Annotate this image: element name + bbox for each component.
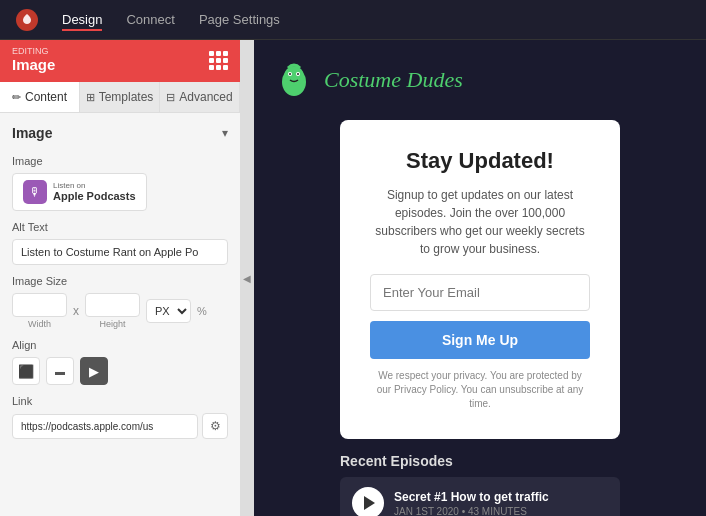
signup-box: Stay Updated! Signup to get updates on o… <box>340 120 620 439</box>
editing-title: Image <box>12 56 55 73</box>
width-input[interactable] <box>12 293 67 317</box>
align-right-btn[interactable]: ▶ <box>80 357 108 385</box>
signup-button[interactable]: Sign Me Up <box>370 321 590 359</box>
svg-point-1 <box>284 66 304 86</box>
grid-icon[interactable] <box>209 51 228 70</box>
size-row: Width x Height PX % <box>12 293 228 329</box>
recent-section: Recent Episodes Secret #1 How to get tra… <box>340 453 620 516</box>
link-row: ⚙ <box>12 413 228 439</box>
signup-title: Stay Updated! <box>370 148 590 174</box>
svg-point-4 <box>289 73 291 75</box>
right-panel: Costume Dudes Stay Updated! Signup to ge… <box>254 40 706 516</box>
gear-icon[interactable]: ⚙ <box>202 413 228 439</box>
left-panel: EDITING Image ✏ Content ⊞ Templates ⊟ Ad… <box>0 40 240 516</box>
nav-connect[interactable]: Connect <box>126 8 174 31</box>
brand-label: Apple Podcasts <box>53 190 136 203</box>
chevron-icon: ▾ <box>222 126 228 140</box>
content-icon: ✏ <box>12 91 21 104</box>
tab-content-label: Content <box>25 90 67 104</box>
section-header[interactable]: Image ▾ <box>12 125 228 141</box>
editing-header: EDITING Image <box>0 40 240 82</box>
episode-title: Secret #1 How to get traffic <box>394 490 549 504</box>
nav-design[interactable]: Design <box>62 8 102 31</box>
percent-label: % <box>197 305 207 317</box>
image-preview[interactable]: 🎙 Listen on Apple Podcasts <box>12 173 147 211</box>
tab-templates[interactable]: ⊞ Templates <box>80 82 160 112</box>
episode-info: Secret #1 How to get traffic JAN 1ST 202… <box>394 490 549 517</box>
tab-advanced-label: Advanced <box>179 90 232 104</box>
podcast-badge: 🎙 Listen on Apple Podcasts <box>23 180 136 204</box>
alt-text-input[interactable] <box>12 239 228 265</box>
advanced-icon: ⊟ <box>166 91 175 104</box>
editing-label: EDITING <box>12 46 55 56</box>
tab-content[interactable]: ✏ Content <box>0 82 80 112</box>
width-label: Width <box>28 319 51 329</box>
image-size-label: Image Size <box>12 275 228 287</box>
alt-text-label: Alt Text <box>12 221 228 233</box>
episode-card: Secret #1 How to get traffic JAN 1ST 202… <box>340 477 620 516</box>
tab-templates-label: Templates <box>99 90 154 104</box>
align-label: Align <box>12 339 228 351</box>
collapse-handle[interactable]: ◀ <box>240 40 254 516</box>
align-center-btn[interactable]: ▬ <box>46 357 74 385</box>
height-label: Height <box>99 319 125 329</box>
joker-logo <box>274 60 314 100</box>
main-area: EDITING Image ✏ Content ⊞ Templates ⊟ Ad… <box>0 40 706 516</box>
logo-area: Costume Dudes <box>274 60 463 100</box>
tab-advanced[interactable]: ⊟ Advanced <box>160 82 240 112</box>
templates-icon: ⊞ <box>86 91 95 104</box>
height-input[interactable] <box>85 293 140 317</box>
align-row: ⬛ ▬ ▶ <box>12 357 228 385</box>
height-wrap: Height <box>85 293 140 329</box>
episode-meta: JAN 1ST 2020 • 43 MINUTES <box>394 506 549 517</box>
align-left-btn[interactable]: ⬛ <box>12 357 40 385</box>
app-logo <box>16 9 38 31</box>
top-nav: Design Connect Page Settings <box>0 0 706 40</box>
recent-title: Recent Episodes <box>340 453 620 469</box>
unit-select[interactable]: PX <box>146 299 191 323</box>
tab-bar: ✏ Content ⊞ Templates ⊟ Advanced <box>0 82 240 113</box>
listen-label: Listen on <box>53 181 136 191</box>
play-icon <box>364 496 375 510</box>
podcast-text: Listen on Apple Podcasts <box>53 181 136 204</box>
nav-page-settings[interactable]: Page Settings <box>199 8 280 31</box>
email-input[interactable] <box>370 274 590 311</box>
section-title: Image <box>12 125 52 141</box>
image-field-label: Image <box>12 155 228 167</box>
x-separator: x <box>73 304 79 318</box>
site-title: Costume Dudes <box>324 67 463 93</box>
width-wrap: Width <box>12 293 67 329</box>
privacy-text: We respect your privacy. You are protect… <box>370 369 590 411</box>
page-content: Costume Dudes Stay Updated! Signup to ge… <box>254 40 706 516</box>
play-button[interactable] <box>352 487 384 516</box>
podcast-icon: 🎙 <box>23 180 47 204</box>
link-label: Link <box>12 395 228 407</box>
svg-point-5 <box>297 73 299 75</box>
link-input[interactable] <box>12 414 198 439</box>
panel-content: Image ▾ Image 🎙 Listen on Apple Podcasts… <box>0 113 240 516</box>
signup-desc: Signup to get updates on our latest epis… <box>370 186 590 258</box>
